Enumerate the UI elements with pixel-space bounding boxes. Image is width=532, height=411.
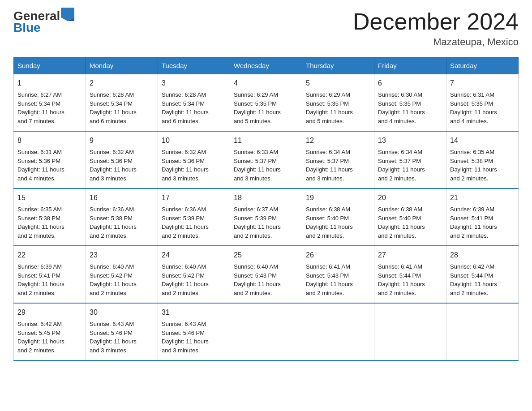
calendar-cell: 7Sunrise: 6:31 AMSunset: 5:35 PMDaylight… [446, 74, 519, 132]
day-number: 24 [162, 250, 226, 261]
sunrise-label: Sunrise: 6:39 AM [17, 263, 62, 270]
week-row-5: 29Sunrise: 6:42 AMSunset: 5:45 PMDayligh… [14, 303, 519, 360]
day-number: 16 [90, 193, 154, 203]
daylight-label: Daylight: 11 hours [17, 166, 64, 173]
sunrise-label: Sunrise: 6:35 AM [450, 149, 494, 155]
sunrise-label: Sunrise: 6:31 AM [450, 91, 494, 98]
day-number: 4 [234, 78, 298, 89]
header-saturday: Saturday [446, 57, 519, 74]
daylight-label: Daylight: 11 hours [162, 166, 209, 173]
day-number: 6 [378, 78, 442, 89]
calendar-cell: 4Sunrise: 6:29 AMSunset: 5:35 PMDaylight… [230, 74, 302, 132]
daylight-minutes: and 4 minutes. [450, 118, 488, 124]
daylight-minutes: and 2 minutes. [378, 290, 416, 296]
daylight-minutes: and 2 minutes. [306, 290, 344, 296]
sunrise-label: Sunrise: 6:40 AM [234, 263, 278, 270]
sunset-label: Sunset: 5:37 PM [378, 158, 421, 164]
sunrise-label: Sunrise: 6:28 AM [162, 91, 206, 98]
calendar-cell: 9Sunrise: 6:32 AMSunset: 5:36 PMDaylight… [86, 131, 158, 188]
sunset-label: Sunset: 5:34 PM [17, 100, 60, 107]
header-monday: Monday [86, 57, 158, 74]
daylight-label: Daylight: 11 hours [17, 223, 64, 230]
sunrise-label: Sunrise: 6:30 AM [378, 91, 422, 98]
calendar-cell: 3Sunrise: 6:28 AMSunset: 5:34 PMDaylight… [158, 74, 230, 132]
day-number: 29 [17, 307, 82, 318]
calendar-cell: 2Sunrise: 6:28 AMSunset: 5:34 PMDaylight… [86, 74, 158, 132]
calendar-cell: 30Sunrise: 6:43 AMSunset: 5:46 PMDayligh… [86, 303, 158, 360]
daylight-label: Daylight: 11 hours [306, 109, 353, 116]
calendar-cell: 31Sunrise: 6:43 AMSunset: 5:46 PMDayligh… [158, 303, 230, 360]
daylight-minutes: and 2 minutes. [17, 232, 56, 239]
sunrise-label: Sunrise: 6:34 AM [306, 149, 350, 155]
week-row-2: 8Sunrise: 6:31 AMSunset: 5:36 PMDaylight… [14, 131, 519, 188]
calendar-cell: 28Sunrise: 6:42 AMSunset: 5:44 PMDayligh… [446, 246, 519, 303]
calendar-cell: 22Sunrise: 6:39 AMSunset: 5:41 PMDayligh… [14, 246, 86, 303]
calendar-cell [374, 303, 446, 360]
page-header: General Blue December 2024 Mazateupa, Me… [13, 9, 519, 48]
sunset-label: Sunset: 5:34 PM [162, 100, 205, 107]
calendar-cell: 27Sunrise: 6:41 AMSunset: 5:44 PMDayligh… [374, 246, 446, 303]
daylight-minutes: and 2 minutes. [234, 290, 272, 296]
daylight-label: Daylight: 11 hours [90, 338, 137, 345]
calendar-cell: 10Sunrise: 6:32 AMSunset: 5:36 PMDayligh… [158, 131, 230, 188]
daylight-label: Daylight: 11 hours [90, 109, 137, 116]
day-number: 7 [450, 78, 515, 89]
daylight-label: Daylight: 11 hours [90, 223, 137, 230]
sunrise-label: Sunrise: 6:32 AM [90, 149, 134, 155]
daylight-minutes: and 2 minutes. [17, 347, 56, 354]
daylight-label: Daylight: 11 hours [306, 223, 353, 230]
daylight-minutes: and 2 minutes. [306, 232, 344, 239]
daylight-label: Daylight: 11 hours [378, 166, 425, 173]
sunrise-label: Sunrise: 6:41 AM [378, 263, 422, 270]
day-number: 8 [17, 135, 82, 146]
daylight-label: Daylight: 11 hours [17, 281, 64, 287]
sunrise-label: Sunrise: 6:38 AM [306, 206, 350, 213]
sunset-label: Sunset: 5:43 PM [234, 272, 277, 279]
sunrise-label: Sunrise: 6:37 AM [234, 206, 278, 213]
calendar-cell: 8Sunrise: 6:31 AMSunset: 5:36 PMDaylight… [14, 131, 86, 188]
daylight-label: Daylight: 11 hours [378, 281, 425, 287]
logo-icon [61, 8, 74, 21]
day-number: 3 [162, 78, 226, 89]
sunset-label: Sunset: 5:37 PM [306, 158, 349, 164]
sunrise-label: Sunrise: 6:38 AM [378, 206, 422, 213]
header-sunday: Sunday [14, 57, 86, 74]
daylight-label: Daylight: 11 hours [378, 223, 425, 230]
sunset-label: Sunset: 5:44 PM [378, 272, 421, 279]
sunrise-label: Sunrise: 6:42 AM [450, 263, 494, 270]
sunrise-label: Sunrise: 6:27 AM [17, 91, 62, 98]
daylight-label: Daylight: 11 hours [234, 281, 281, 287]
day-number: 19 [306, 193, 370, 203]
daylight-label: Daylight: 11 hours [378, 109, 425, 116]
calendar-cell: 26Sunrise: 6:41 AMSunset: 5:43 PMDayligh… [302, 246, 374, 303]
day-number: 9 [90, 135, 154, 146]
daylight-minutes: and 4 minutes. [378, 118, 416, 124]
daylight-minutes: and 2 minutes. [162, 290, 200, 296]
week-row-4: 22Sunrise: 6:39 AMSunset: 5:41 PMDayligh… [14, 246, 519, 303]
daylight-minutes: and 2 minutes. [90, 290, 128, 296]
daylight-minutes: and 5 minutes. [234, 118, 272, 124]
day-number: 22 [17, 250, 82, 261]
day-number: 14 [450, 135, 515, 146]
sunset-label: Sunset: 5:40 PM [306, 215, 349, 222]
sunset-label: Sunset: 5:37 PM [234, 158, 277, 164]
daylight-label: Daylight: 11 hours [17, 338, 64, 345]
day-number: 17 [162, 193, 226, 203]
daylight-minutes: and 6 minutes. [90, 118, 128, 124]
sunset-label: Sunset: 5:36 PM [162, 158, 205, 164]
daylight-minutes: and 3 minutes. [90, 175, 128, 182]
daylight-minutes: and 5 minutes. [306, 118, 344, 124]
sunset-label: Sunset: 5:41 PM [17, 272, 60, 279]
calendar-cell: 19Sunrise: 6:38 AMSunset: 5:40 PMDayligh… [302, 188, 374, 246]
daylight-minutes: and 3 minutes. [306, 175, 344, 182]
sunset-label: Sunset: 5:36 PM [90, 158, 133, 164]
daylight-label: Daylight: 11 hours [162, 223, 209, 230]
day-number: 26 [306, 250, 370, 261]
calendar-cell [446, 303, 519, 360]
sunset-label: Sunset: 5:39 PM [234, 215, 277, 222]
day-number: 11 [234, 135, 298, 146]
calendar-cell: 15Sunrise: 6:35 AMSunset: 5:38 PMDayligh… [14, 188, 86, 246]
sunrise-label: Sunrise: 6:29 AM [306, 91, 350, 98]
sunset-label: Sunset: 5:36 PM [17, 158, 60, 164]
day-number: 10 [162, 135, 226, 146]
